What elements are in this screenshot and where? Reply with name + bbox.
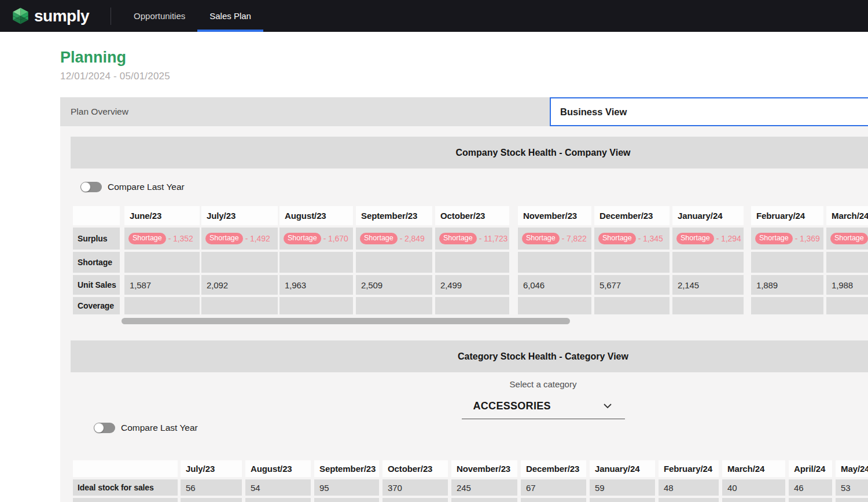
category-stock-table: July/23 August/23 September/23 October/2… xyxy=(73,460,868,502)
unit-sales-cell: 6,046 xyxy=(518,275,591,295)
column-header: April/24 xyxy=(789,460,832,477)
column-header: November/23 xyxy=(451,460,517,477)
column-header: July/23 xyxy=(201,206,278,225)
corner-cell xyxy=(73,460,178,477)
table-row xyxy=(73,498,868,502)
surplus-cell: Shortage- 11,723 xyxy=(435,228,509,250)
coverage-cell xyxy=(751,297,823,314)
view-tabs: Plan Overview Business View xyxy=(60,97,868,126)
coverage-cell xyxy=(279,297,353,314)
shortage-cell xyxy=(518,252,591,273)
column-header: December/23 xyxy=(594,206,670,225)
page-title: Planning xyxy=(60,49,868,67)
coverage-cell xyxy=(201,297,278,314)
surplus-cell: Shortage- 1,670 xyxy=(279,228,353,250)
shortage-cell xyxy=(435,252,509,273)
shortage-cell xyxy=(356,252,432,273)
top-navbar: sumply Opportunities Sales Plan xyxy=(0,0,868,32)
sumply-logo-icon xyxy=(12,7,30,25)
ideal-stock-cell: 67 xyxy=(521,479,586,496)
unit-sales-cell: 1,988 xyxy=(826,275,868,295)
column-header: March/24 xyxy=(722,460,785,477)
surplus-cell: Shortage- 7,822 xyxy=(518,228,591,250)
shortage-cell xyxy=(672,252,744,273)
shortage-badge: Shortage xyxy=(205,233,243,245)
tab-plan-overview[interactable]: Plan Overview xyxy=(60,97,550,126)
page-header: Planning 12/01/2024 - 05/01/2025 xyxy=(0,32,868,82)
shortage-badge: Shortage xyxy=(522,233,560,245)
coverage-cell xyxy=(594,297,670,314)
ideal-stock-cell: 95 xyxy=(314,479,379,496)
column-header: October/23 xyxy=(435,206,509,225)
nav-divider xyxy=(111,8,111,25)
surplus-cell: Shortage- 1,369 xyxy=(751,228,823,250)
coverage-row: Coverage xyxy=(73,297,868,314)
page-date-range: 12/01/2024 - 05/01/2025 xyxy=(60,71,868,82)
column-header: December/23 xyxy=(521,460,586,477)
surplus-cell: Shortage- 1,294 xyxy=(672,228,744,250)
horizontal-scrollbar[interactable] xyxy=(122,318,570,324)
table-header-row: July/23 August/23 September/23 October/2… xyxy=(73,460,868,477)
shortage-badge: Shortage xyxy=(755,233,793,245)
tab-business-view[interactable]: Business View xyxy=(550,97,868,126)
shortage-badge: Shortage xyxy=(830,233,868,245)
coverage-cell xyxy=(356,297,432,314)
compare-last-year-label: Compare Last Year xyxy=(108,182,185,192)
company-stock-table: June/23 July/23 August/23 September/23 O… xyxy=(73,206,868,314)
column-header: February/24 xyxy=(659,460,719,477)
surplus-cell: Shortage- 1,352 xyxy=(124,228,200,250)
category-select[interactable]: ACCESSORIES xyxy=(462,399,625,419)
column-header: July/23 xyxy=(181,460,242,477)
column-header: November/23 xyxy=(518,206,591,225)
shortage-cell xyxy=(124,252,200,273)
column-header: September/23 xyxy=(314,460,379,477)
unit-sales-cell: 2,509 xyxy=(356,275,432,295)
ideal-stock-row: Ideal stock for sales 56 54 95 370 245 6… xyxy=(73,479,868,496)
unit-sales-cell: 5,677 xyxy=(594,275,670,295)
row-label xyxy=(73,498,178,502)
ideal-stock-cell: 370 xyxy=(382,479,448,496)
column-header: May/24 xyxy=(836,460,868,477)
nav-item-sales-plan[interactable]: Sales Plan xyxy=(197,0,263,32)
corner-cell xyxy=(73,206,120,225)
surplus-cell: Shortage- 2,849 xyxy=(356,228,432,250)
category-select-value: ACCESSORIES xyxy=(473,400,551,412)
brand[interactable]: sumply xyxy=(0,0,89,32)
shortage-badge: Shortage xyxy=(598,233,636,245)
ideal-stock-cell: 56 xyxy=(181,479,242,496)
ideal-stock-cell: 245 xyxy=(451,479,517,496)
shortage-badge: Shortage xyxy=(676,233,714,245)
shortage-cell xyxy=(826,252,868,273)
ideal-stock-cell: 53 xyxy=(836,479,868,496)
column-header: October/23 xyxy=(382,460,448,477)
column-header: January/24 xyxy=(590,460,655,477)
compare-last-year-toggle[interactable] xyxy=(80,182,102,192)
column-header: June/23 xyxy=(124,206,200,225)
chevron-down-icon xyxy=(603,403,612,409)
column-header: August/23 xyxy=(279,206,353,225)
compare-last-year-toggle[interactable] xyxy=(94,423,115,433)
unit-sales-cell: 2,145 xyxy=(672,275,744,295)
ideal-stock-cell: 46 xyxy=(789,479,832,496)
shortage-cell xyxy=(751,252,823,273)
ideal-stock-cell: 54 xyxy=(245,479,311,496)
shortage-row: Shortage xyxy=(73,252,868,273)
shortage-badge: Shortage xyxy=(284,233,321,245)
nav-items: Opportunities Sales Plan xyxy=(122,0,263,32)
select-category-label: Select a category xyxy=(71,379,868,389)
shortage-cell xyxy=(201,252,278,273)
row-label: Unit Sales xyxy=(73,275,120,295)
column-header: September/23 xyxy=(356,206,432,225)
shortage-cell xyxy=(279,252,353,273)
unit-sales-cell: 1,889 xyxy=(751,275,823,295)
surplus-row: Surplus Shortage- 1,352 Shortage- 1,492 … xyxy=(73,228,868,250)
nav-item-opportunities[interactable]: Opportunities xyxy=(122,0,197,32)
unit-sales-row: Unit Sales 1,587 2,092 1,963 2,509 2,499… xyxy=(73,275,868,295)
surplus-cell: Shortage- 1,492 xyxy=(201,228,278,250)
shortage-badge: Shortage xyxy=(128,233,166,245)
ideal-stock-cell: 59 xyxy=(590,479,655,496)
brand-name: sumply xyxy=(34,7,89,25)
unit-sales-cell: 1,963 xyxy=(279,275,353,295)
company-section-header: Company Stock Health - Company View xyxy=(71,137,868,168)
coverage-cell xyxy=(518,297,591,314)
